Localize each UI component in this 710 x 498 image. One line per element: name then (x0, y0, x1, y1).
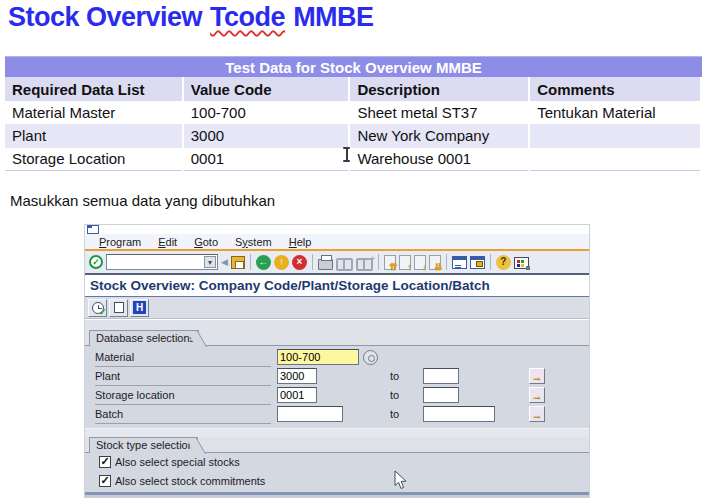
toolbar-divider (250, 254, 251, 270)
sap-window-icon (87, 225, 99, 234)
print-icon[interactable] (318, 259, 333, 270)
cell-storage-comment (529, 147, 701, 170)
cell-storage-value: 0001 (183, 147, 350, 170)
execute-button[interactable]: ✓ (88, 299, 107, 317)
toolbar-divider (378, 254, 379, 270)
find-icon[interactable] (336, 256, 353, 269)
cell-material-comment: Tentukan Material (529, 101, 701, 124)
col-header-value-code: Value Code (183, 77, 350, 101)
batch-input[interactable] (277, 406, 343, 422)
cell-material-value: 100-700 (183, 101, 350, 124)
cell-storage-location: Storage Location (5, 147, 183, 170)
save-icon[interactable] (231, 256, 245, 269)
col-header-required-data-list: Required Data List (5, 77, 183, 101)
material-input[interactable] (277, 349, 359, 365)
get-variant-icon (114, 302, 124, 313)
test-data-table: Test Data for Stock Overview MMBE Requir… (5, 56, 702, 171)
create-shortcut-icon[interactable] (470, 256, 485, 269)
table-row: Storage Location 0001 Warehouse 0001 (5, 147, 701, 170)
back-icon[interactable]: ← (256, 255, 271, 270)
toolbar-divider (446, 254, 447, 270)
sap-screen-title: Stock Overview: Company Code/Plant/Stora… (85, 275, 589, 296)
plant-input[interactable] (277, 368, 317, 384)
help-icon[interactable]: ? (496, 255, 511, 270)
table-header-row: Required Data List Value Code Descriptio… (5, 77, 701, 101)
command-history-icon[interactable]: ▾ (204, 256, 216, 268)
stock-commitments-checkbox[interactable]: ✓ (99, 475, 111, 487)
plant-label: Plant (95, 367, 271, 386)
special-stocks-checkbox[interactable]: ✓ (99, 456, 111, 468)
batch-label: Batch (95, 405, 271, 424)
document-page: Stock OverviewTcodeMMBE Test Data for St… (0, 0, 710, 498)
table-caption: Test Data for Stock Overview MMBE (5, 56, 702, 77)
cancel-icon[interactable]: × (292, 255, 307, 270)
cell-plant-comment (529, 124, 701, 147)
page-title-misspelled-word: Tcode (210, 2, 285, 32)
group-separator (85, 428, 589, 437)
batch-multiple-selection-button[interactable]: → (529, 406, 545, 422)
col-header-description: Description (349, 77, 529, 101)
page-title: Stock OverviewTcodeMMBE (8, 2, 374, 33)
sap-gui-window: Program Edit Goto System Help ✓ ▾ ◀ ← ↑ … (85, 225, 589, 497)
col-header-comments: Comments (529, 77, 701, 101)
execute-clock-icon: ✓ (92, 302, 104, 314)
command-input[interactable] (107, 255, 203, 269)
new-session-icon[interactable] (452, 256, 467, 269)
program-info-button[interactable]: H (130, 299, 149, 317)
checkmark-icon: ✓ (100, 475, 109, 486)
table-row: Plant 3000 New York Company (5, 124, 701, 147)
note-text: Masukkan semua data yang dibutuhkan (10, 192, 275, 209)
possible-entries-icon[interactable] (363, 350, 378, 365)
material-label: Material (95, 348, 271, 367)
collapse-toolbar-icon[interactable]: ◀ (221, 257, 228, 267)
find-next-icon[interactable]: + (356, 256, 373, 269)
batch-to-input[interactable] (423, 406, 495, 422)
customize-local-layout-icon[interactable] (514, 257, 529, 269)
get-variant-button[interactable] (109, 299, 128, 317)
batch-to-label: to (390, 405, 399, 424)
cell-material-master: Material Master (5, 101, 183, 124)
sap-standard-toolbar: ✓ ▾ ◀ ← ↑ × + ⇈ ↑ ↓ ⇊ ? (85, 251, 589, 273)
table-row: Material Master 100-700 Sheet metal ST37… (5, 101, 701, 124)
cell-storage-desc: Warehouse 0001 (349, 147, 529, 170)
storage-location-label: Storage location (95, 386, 271, 405)
menu-system[interactable]: System (235, 236, 272, 248)
toolbar-divider (490, 254, 491, 270)
page-title-text: Stock Overview (8, 2, 202, 32)
stock-commitments-label: Also select stock commitments (115, 475, 265, 488)
sap-application-toolbar: ✓ H (85, 297, 589, 319)
first-page-icon[interactable]: ⇈ (384, 255, 396, 270)
storage-to-label: to (390, 386, 399, 405)
next-page-icon[interactable]: ↓ (414, 255, 426, 270)
cell-material-desc: Sheet metal ST37 (349, 101, 529, 124)
last-page-icon[interactable]: ⇊ (429, 255, 441, 270)
toolbar-divider (312, 254, 313, 270)
command-field[interactable]: ▾ (106, 254, 218, 270)
previous-page-icon[interactable]: ↑ (399, 255, 411, 270)
exit-icon[interactable]: ↑ (274, 255, 289, 270)
storage-to-input[interactable] (423, 387, 459, 403)
storage-multiple-selection-button[interactable]: → (529, 387, 545, 403)
window-bottom-border (85, 492, 589, 497)
menu-goto[interactable]: Goto (194, 236, 218, 248)
cell-plant-desc: New York Company (349, 124, 529, 147)
cell-plant-value: 3000 (183, 124, 350, 147)
cell-plant: Plant (5, 124, 183, 147)
sap-menu-bar: Program Edit Goto System Help (85, 234, 589, 249)
mouse-cursor (393, 470, 407, 490)
plant-multiple-selection-button[interactable]: → (529, 368, 545, 384)
page-title-tcode: MMBE (293, 2, 374, 32)
database-selections-tab: Database selections (89, 330, 199, 346)
text-cursor-ibeam (342, 147, 351, 162)
special-stocks-label: Also select special stocks (115, 456, 240, 469)
enter-icon[interactable]: ✓ (89, 255, 103, 269)
info-icon: H (133, 301, 146, 314)
checkmark-icon: ✓ (100, 456, 109, 467)
menu-edit[interactable]: Edit (158, 236, 177, 248)
stock-type-selection-tab: Stock type selection (89, 437, 198, 453)
menu-program[interactable]: Program (99, 236, 141, 248)
plant-to-input[interactable] (423, 368, 459, 384)
plant-to-label: to (390, 367, 399, 386)
menu-help[interactable]: Help (289, 236, 312, 248)
storage-location-input[interactable] (277, 387, 317, 403)
